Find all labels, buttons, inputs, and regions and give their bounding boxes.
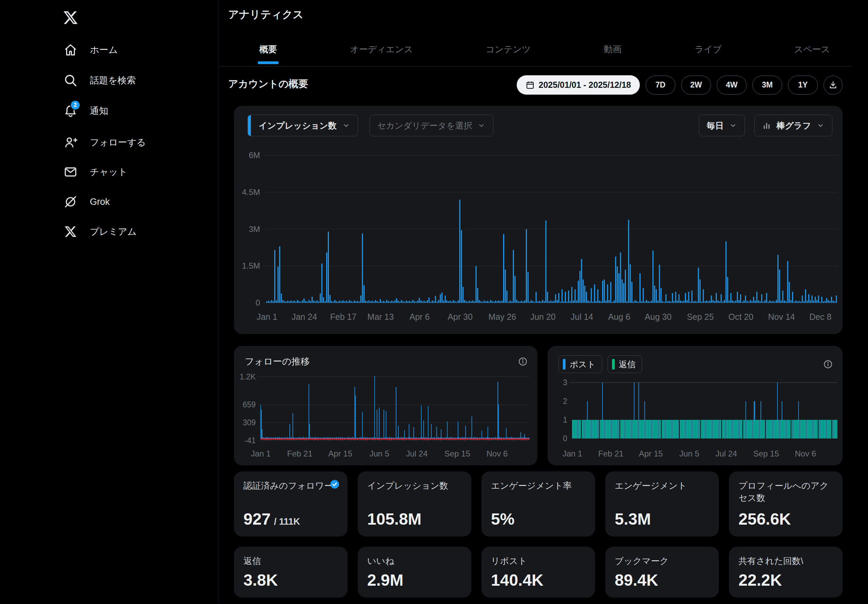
sidebar-item-grok[interactable]: Grok [63,192,110,211]
svg-text:Jan 1: Jan 1 [251,449,271,458]
sidebar-item-chat[interactable]: チャット [63,163,127,182]
range-7d-button[interactable]: 7D [646,76,676,95]
envelope-icon [63,164,78,180]
svg-text:4.5M: 4.5M [242,188,260,197]
tab-video[interactable]: 動画 [604,43,622,65]
tab-audience[interactable]: オーディエンス [350,43,413,65]
stat-value: 3.8K [243,571,278,589]
range-3m-button[interactable]: 3M [752,76,782,95]
stat-card-1-4[interactable]: プロフィールへのアクセス数256.6K [729,471,843,537]
stat-label: 共有された回数\ [738,555,833,567]
impressions-bar-chart[interactable]: 01.5M3M4.5M6MJan 1Jan 24Feb 17Mar 13Apr … [234,149,843,334]
secondary-metric-select[interactable]: セカンダリデータを選択 [370,115,494,136]
stat-label: 認証済みのフォロワー [243,480,338,492]
svg-text:Apr 15: Apr 15 [639,449,663,458]
range-1y-button[interactable]: 1Y [788,76,818,95]
svg-text:0: 0 [256,298,260,307]
svg-text:Nov 6: Nov 6 [487,449,508,458]
svg-text:Nov 14: Nov 14 [768,312,795,321]
range-4w-button[interactable]: 4W [717,76,747,95]
tab-overview[interactable]: 概要 [259,43,277,65]
chevron-down-icon [477,121,485,130]
stat-label: インプレッション数 [367,480,462,492]
stat-label: 返信 [243,555,338,567]
sidebar-item-premium[interactable]: プレミアム [63,222,136,241]
stat-card-1-2[interactable]: エンゲージメント率5% [482,471,595,537]
download-button[interactable] [824,76,843,95]
tab-content[interactable]: コンテンツ [485,43,531,65]
bar-chart-icon [762,121,771,130]
follower-chart-title: フォローの推移 [245,356,310,368]
sidebar: ホーム 話題を検索 2 通知 フォローする チャット Grok [0,0,219,604]
search-icon [63,73,78,88]
svg-text:659: 659 [243,400,256,409]
svg-text:Jan 1: Jan 1 [257,312,277,321]
range-2w-button[interactable]: 2W [681,76,711,95]
notification-badge: 2 [70,100,81,110]
stat-value: 927 [243,510,271,528]
posts-color-swatch [563,359,566,370]
tab-bar: 概要 オーディエンス コンテンツ 動画 ライブ スペース [219,37,851,67]
svg-text:1.2K: 1.2K [240,373,256,381]
chart-controls: インプレッション数 セカンダリデータを選択 毎日 棒グラフ [248,115,832,136]
info-icon[interactable] [518,356,528,366]
stat-value: 256.6K [738,510,791,528]
stat-card-2-1[interactable]: いいね2.9M [358,547,471,598]
grok-icon [63,194,78,210]
svg-text:Jan 1: Jan 1 [563,449,583,458]
posts-replies-chart[interactable]: 0123Jan 1Feb 21Apr 15Jun 5Jul 24Sep 15No… [547,369,843,465]
stat-value: 22.2K [738,571,782,589]
stat-label: いいね [367,555,462,567]
stat-card-2-0[interactable]: 返信3.8K [234,547,347,598]
stat-card-2-2[interactable]: リポスト140.4K [482,547,595,598]
sidebar-item-home[interactable]: ホーム [63,40,118,59]
x-logo[interactable] [63,8,78,27]
date-range-picker[interactable]: 2025/01/01 - 2025/12/18 [517,75,640,95]
svg-text:Sep 15: Sep 15 [445,449,470,458]
x-logo-icon [63,10,78,25]
chevron-down-icon [342,121,350,130]
chart-type-label: 棒グラフ [777,120,811,131]
x-icon [63,224,78,239]
svg-text:Jul 14: Jul 14 [570,312,594,321]
sidebar-item-label: プレミアム [90,225,136,238]
stat-card-2-3[interactable]: ブックマーク89.4K [605,547,719,598]
primary-metric-label: インプレッション数 [259,120,337,131]
sidebar-item-notifications[interactable]: 2 通知 [63,101,108,120]
svg-text:3M: 3M [249,225,260,234]
chart-type-select[interactable]: 棒グラフ [755,115,832,136]
sidebar-item-label: 話題を検索 [90,74,136,87]
legend-replies-label: 返信 [619,359,636,370]
stat-label: ブックマーク [615,555,709,567]
follower-trend-chart[interactable]: 1.2K659309-41Jan 1Feb 21Apr 15Jun 5Jul 2… [234,369,538,465]
svg-text:Jun 5: Jun 5 [679,449,699,458]
tab-live[interactable]: ライブ [695,43,722,65]
stat-card-1-1[interactable]: インプレッション数105.8M [358,471,471,537]
svg-text:May 26: May 26 [488,312,516,321]
interval-select[interactable]: 毎日 [699,115,745,136]
svg-text:Jun 5: Jun 5 [369,449,389,458]
stat-value: 2.9M [367,571,403,589]
stat-card-2-4[interactable]: 共有された回数\22.2K [729,547,843,598]
stat-value: 140.4K [491,571,544,589]
svg-text:2: 2 [563,397,567,405]
svg-text:-41: -41 [245,436,256,445]
svg-text:Nov 6: Nov 6 [795,449,816,458]
chevron-down-icon [817,121,825,130]
svg-text:Mar 13: Mar 13 [367,312,394,321]
stat-card-1-0[interactable]: 認証済みのフォロワー 927/ 111K [234,471,347,537]
svg-text:Apr 30: Apr 30 [448,312,473,321]
info-icon[interactable] [823,359,833,369]
sidebar-item-follow[interactable]: フォローする [63,133,146,152]
stat-label: リポスト [491,555,586,567]
sidebar-item-explore[interactable]: 話題を検索 [63,71,136,90]
sidebar-item-label: チャット [90,166,127,178]
sidebar-item-label: フォローする [90,136,146,149]
follower-trend-card: フォローの推移 1.2K659309-41Jan 1Feb 21Apr 15Ju… [234,346,538,465]
tab-spaces[interactable]: スペース [794,43,830,65]
stat-card-1-3[interactable]: エンゲージメント5.3M [605,471,719,537]
svg-text:Oct 20: Oct 20 [728,312,753,321]
svg-text:Jan 24: Jan 24 [291,312,317,321]
legend-posts-label: ポスト [570,359,596,370]
primary-metric-select[interactable]: インプレッション数 [248,115,358,136]
